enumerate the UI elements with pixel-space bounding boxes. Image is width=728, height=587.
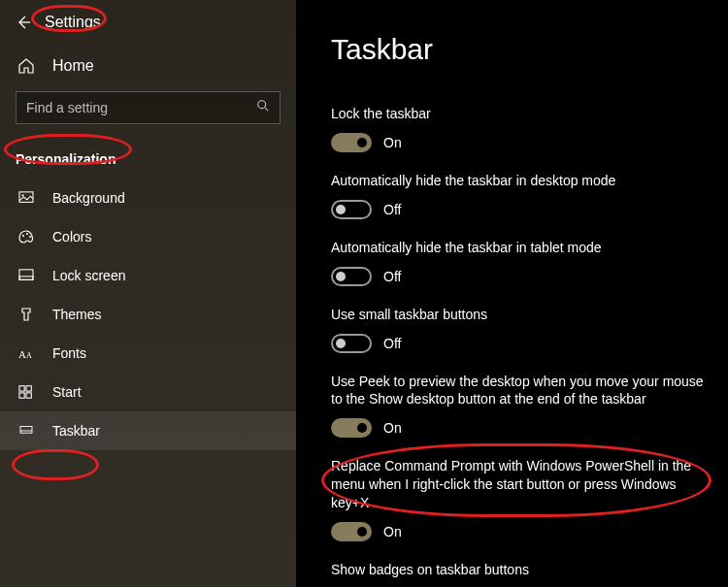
search-icon: [256, 99, 270, 116]
category-title: Personalization: [0, 140, 296, 179]
sidebar-item-start[interactable]: Start: [0, 373, 296, 411]
main-content: Taskbar Lock the taskbar On Automaticall…: [296, 0, 728, 587]
toggle-small-buttons[interactable]: [331, 334, 372, 353]
sidebar-item-home[interactable]: Home: [0, 47, 296, 85]
toggle-lock-taskbar[interactable]: [331, 133, 372, 152]
sidebar-item-taskbar[interactable]: Taskbar: [0, 411, 296, 450]
back-icon[interactable]: [16, 15, 31, 30]
setting-small-buttons: Use small taskbar buttons Off: [331, 306, 705, 353]
svg-rect-14: [19, 393, 24, 398]
sidebar-item-label: Taskbar: [52, 423, 100, 439]
svg-rect-8: [19, 270, 33, 280]
setting-label: Replace Command Prompt with Windows Powe…: [331, 457, 705, 512]
setting-peek: Use Peek to preview the desktop when you…: [331, 373, 705, 439]
toggle-state: Off: [383, 336, 401, 351]
sidebar: Settings Home Personalization Background…: [0, 0, 296, 587]
svg-rect-16: [20, 427, 32, 434]
toggle-powershell[interactable]: [331, 522, 372, 541]
svg-rect-15: [26, 393, 31, 398]
setting-badges: Show badges on taskbar buttons On: [331, 561, 705, 587]
fonts-icon: AA: [17, 345, 35, 361]
page-title: Taskbar: [331, 33, 705, 66]
svg-text:A: A: [18, 348, 26, 360]
toggle-autohide-desktop[interactable]: [331, 200, 372, 219]
picture-icon: [17, 190, 35, 206]
setting-autohide-desktop: Automatically hide the taskbar in deskto…: [331, 172, 705, 219]
svg-text:A: A: [26, 351, 32, 360]
sidebar-item-label: Fonts: [52, 345, 86, 361]
taskbar-icon: [17, 423, 35, 439]
sidebar-item-label: Start: [52, 384, 82, 400]
setting-label: Show badges on taskbar buttons: [331, 561, 705, 579]
sidebar-item-colors[interactable]: Colors: [0, 217, 296, 256]
palette-icon: [17, 229, 35, 245]
setting-label: Use Peek to preview the desktop when you…: [331, 373, 705, 409]
sidebar-item-label: Background: [52, 190, 125, 206]
home-label: Home: [52, 57, 94, 75]
setting-powershell: Replace Command Prompt with Windows Powe…: [331, 457, 705, 541]
svg-rect-9: [19, 277, 33, 280]
sidebar-item-themes[interactable]: Themes: [0, 295, 296, 334]
svg-line-2: [265, 108, 269, 112]
setting-lock-taskbar: Lock the taskbar On: [331, 105, 705, 152]
svg-point-1: [258, 101, 266, 109]
toggle-state: On: [383, 524, 402, 539]
setting-label: Lock the taskbar: [331, 105, 705, 123]
sidebar-item-label: Themes: [52, 307, 102, 322]
start-icon: [17, 384, 35, 400]
setting-label: Use small taskbar buttons: [331, 306, 705, 324]
sidebar-item-fonts[interactable]: AA Fonts: [0, 334, 296, 373]
settings-title: Settings: [45, 14, 101, 31]
setting-label: Automatically hide the taskbar in tablet…: [331, 239, 705, 257]
svg-point-4: [21, 194, 23, 196]
setting-label: Automatically hide the taskbar in deskto…: [331, 172, 705, 190]
sidebar-item-label: Lock screen: [52, 268, 125, 283]
toggle-peek[interactable]: [331, 418, 372, 438]
svg-rect-12: [19, 386, 24, 391]
themes-icon: [17, 307, 35, 322]
setting-autohide-tablet: Automatically hide the taskbar in tablet…: [331, 239, 705, 286]
toggle-state: On: [383, 420, 402, 436]
svg-rect-13: [26, 386, 31, 391]
svg-point-7: [29, 236, 31, 238]
search-field[interactable]: [26, 100, 256, 115]
search-input[interactable]: [16, 91, 281, 124]
toggle-state: On: [383, 135, 402, 150]
svg-point-6: [26, 233, 28, 235]
sidebar-item-background[interactable]: Background: [0, 179, 296, 217]
lockscreen-icon: [17, 268, 35, 283]
toggle-state: Off: [383, 202, 401, 217]
sidebar-item-label: Colors: [52, 229, 91, 245]
header: Settings: [0, 10, 296, 47]
home-icon: [17, 58, 35, 74]
toggle-state: Off: [383, 269, 401, 284]
toggle-autohide-tablet[interactable]: [331, 267, 372, 286]
svg-point-5: [22, 235, 24, 237]
sidebar-item-lockscreen[interactable]: Lock screen: [0, 256, 296, 295]
